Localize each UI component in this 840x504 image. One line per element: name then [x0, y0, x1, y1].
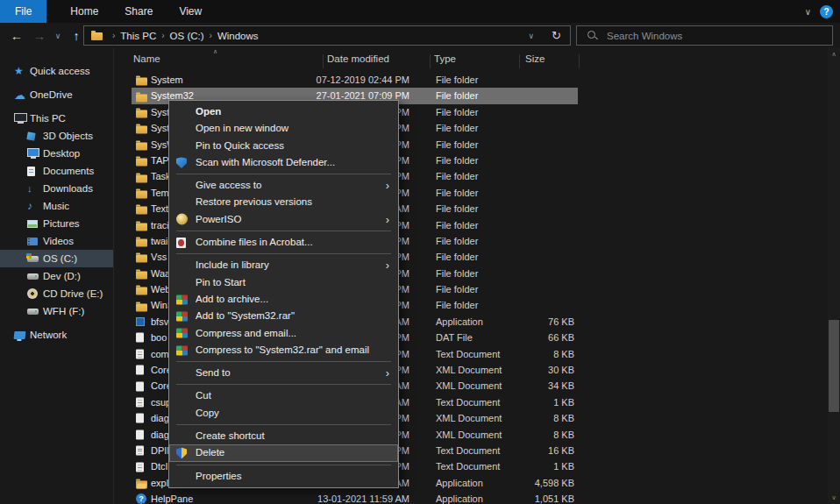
- search-input[interactable]: [605, 30, 810, 42]
- menu-item-cut[interactable]: Cut: [169, 387, 398, 404]
- sidebar-item-documents[interactable]: Documents: [0, 162, 113, 180]
- menu-item-add-to-system32-rar[interactable]: Add to "System32.rar": [169, 308, 398, 324]
- sidebar-item-this-pc[interactable]: This PC: [0, 110, 113, 127]
- sidebar-item-3d-objects[interactable]: 3D Objects: [0, 127, 113, 145]
- file-type: File folder: [436, 297, 478, 313]
- sidebar-item-os-c[interactable]: OS (C:): [0, 250, 113, 267]
- menu-item-pin-to-start[interactable]: Pin to Start: [169, 274, 398, 291]
- file-type: File folder: [436, 217, 478, 233]
- tab-file[interactable]: File: [0, 0, 46, 23]
- refresh-icon[interactable]: ↻: [543, 29, 570, 42]
- recent-locations-icon[interactable]: ∨: [51, 23, 65, 48]
- poweriso-icon: [176, 214, 188, 225]
- menu-item-add-to-archive[interactable]: Add to archive...: [169, 291, 398, 308]
- file-icon: [136, 414, 144, 423]
- menu-item-include-in-library[interactable]: Include in library ›: [169, 257, 398, 273]
- back-icon[interactable]: ←: [5, 23, 28, 48]
- breadcrumb-windows[interactable]: Windows: [217, 31, 259, 41]
- menu-separator: [176, 174, 391, 174]
- menu-item-combine-files-in-acrobat[interactable]: Combine files in Acrobat...: [169, 234, 398, 251]
- sidebar-item-wfh-f[interactable]: WFH (F:): [0, 302, 113, 320]
- videos-icon: [27, 238, 43, 245]
- breadcrumb-os-c[interactable]: OS (C:): [170, 31, 204, 41]
- defender-shield-icon: [176, 157, 187, 168]
- file-size: 30 KB: [465, 362, 574, 378]
- sidebar-item-videos[interactable]: Videos: [0, 232, 113, 250]
- file-type: File folder: [436, 153, 478, 168]
- column-divider[interactable]: [579, 54, 580, 68]
- address-dropdown-icon[interactable]: ∨: [520, 32, 544, 40]
- file-icon: [136, 303, 147, 311]
- submenu-arrow-icon: ›: [386, 177, 389, 194]
- sidebar-item-desktop[interactable]: Desktop: [0, 145, 113, 162]
- file-name: HelpPane: [151, 491, 193, 504]
- file-type: File folder: [436, 281, 478, 297]
- column-header-size[interactable]: Size: [525, 53, 545, 64]
- column-divider[interactable]: [519, 54, 520, 68]
- tab-view[interactable]: View: [166, 0, 215, 23]
- menu-item-create-shortcut[interactable]: Create shortcut: [169, 428, 398, 444]
- menu-separator: [176, 361, 391, 362]
- menu-item-poweriso[interactable]: PowerISO ›: [169, 211, 398, 228]
- file-name: diag: [151, 410, 169, 426]
- file-size: 8 KB: [465, 427, 574, 443]
- menu-item-properties[interactable]: Properties: [169, 468, 398, 485]
- acrobat-icon: [176, 238, 186, 248]
- column-header-type[interactable]: Type: [434, 53, 456, 64]
- vertical-scrollbar[interactable]: ∧ ∨: [828, 48, 840, 504]
- file-type: File folder: [436, 137, 478, 153]
- file-type: File folder: [436, 266, 478, 281]
- file-icon: [136, 493, 146, 504]
- file-type: File folder: [436, 168, 478, 184]
- search-icon: [587, 31, 598, 41]
- menu-item-compress-and-email[interactable]: Compress and email...: [169, 325, 398, 342]
- search-box[interactable]: [576, 25, 833, 46]
- onedrive-cloud-icon: ☁: [14, 89, 30, 101]
- menu-item-give-access-to[interactable]: Give access to ›: [169, 177, 398, 194]
- menu-item-send-to[interactable]: Send to ›: [169, 365, 398, 381]
- submenu-arrow-icon: ›: [386, 211, 389, 228]
- menu-item-pin-to-quick-access[interactable]: Pin to Quick access: [169, 138, 398, 154]
- table-row[interactable]: System 07-12-2019 02:44 PM File folder: [132, 72, 578, 88]
- sidebar-item-cd-drive-e[interactable]: CD Drive (E:): [0, 285, 113, 302]
- sidebar-item-network[interactable]: Network: [0, 326, 113, 344]
- file-size: 76 KB: [465, 314, 574, 330]
- menu-item-open[interactable]: Open: [169, 103, 398, 120]
- sidebar-item-pictures[interactable]: Pictures: [0, 215, 113, 232]
- table-row[interactable]: HelpPane 13-01-2021 11:59 AM Application…: [132, 491, 578, 504]
- desktop-icon: [27, 150, 43, 157]
- breadcrumb-this-pc[interactable]: This PC: [120, 31, 156, 41]
- column-header-name[interactable]: Name: [133, 53, 160, 64]
- file-type: File folder: [436, 185, 478, 201]
- scroll-down-icon[interactable]: ∨: [828, 492, 840, 504]
- sidebar-item-music[interactable]: ♪ Music: [0, 197, 113, 215]
- menu-item-compress-to-system32-rar-and-email[interactable]: Compress to "System32.rar" and email: [169, 342, 398, 358]
- menu-item-copy[interactable]: Copy: [169, 405, 398, 422]
- help-icon[interactable]: ?: [820, 5, 833, 18]
- pictures-icon: [27, 220, 43, 228]
- file-icon: [136, 333, 144, 343]
- column-divider[interactable]: [323, 54, 324, 68]
- tab-share[interactable]: Share: [111, 0, 166, 23]
- tab-home[interactable]: Home: [57, 0, 111, 23]
- collapse-ribbon-icon[interactable]: ∨: [805, 7, 811, 17]
- column-header-date-modified[interactable]: Date modified: [327, 53, 389, 64]
- sidebar-item-onedrive[interactable]: ☁ OneDrive: [0, 86, 113, 103]
- column-divider[interactable]: [430, 54, 431, 68]
- breadcrumb-chevron-icon: ›: [107, 31, 120, 40]
- forward-icon[interactable]: →: [28, 23, 51, 48]
- menu-item-open-in-new-window[interactable]: Open in new window: [169, 120, 398, 137]
- winrar-icon: [176, 345, 188, 355]
- file-name: com: [151, 346, 169, 362]
- sidebar-item-quick-access[interactable]: ★ Quick access: [0, 62, 113, 80]
- scrollbar-thumb[interactable]: [829, 320, 839, 412]
- file-icon: [136, 366, 144, 375]
- scroll-up-icon[interactable]: ∧: [828, 48, 840, 60]
- sidebar-item-downloads[interactable]: ↓ Downloads: [0, 180, 113, 197]
- address-bar[interactable]: › This PC › OS (C:) › Windows ∨ ↻: [83, 25, 571, 46]
- menu-item-scan-with-defender[interactable]: Scan with Microsoft Defender...: [169, 154, 398, 171]
- sidebar-item-dev-d[interactable]: Dev (D:): [0, 267, 113, 285]
- network-icon: [14, 331, 30, 339]
- menu-item-restore-previous-versions[interactable]: Restore previous versions: [169, 194, 398, 210]
- menu-item-delete[interactable]: Delete: [169, 444, 398, 461]
